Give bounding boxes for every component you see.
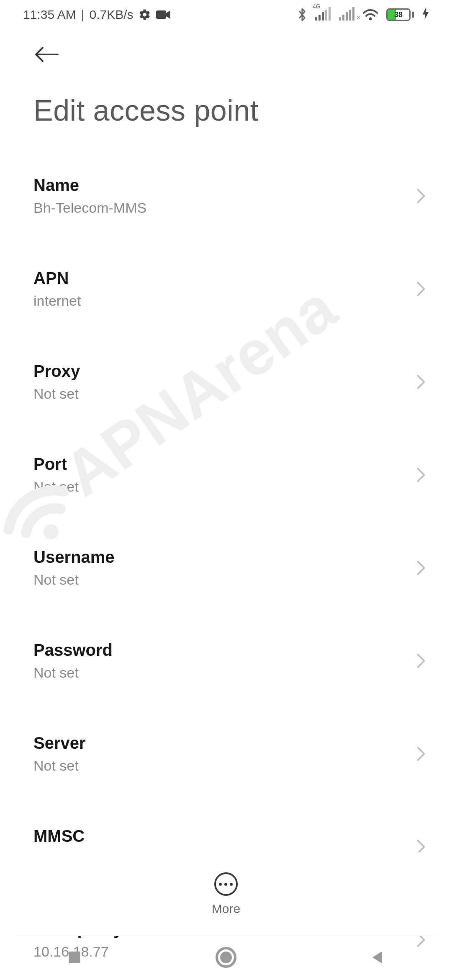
circle-icon bbox=[215, 946, 237, 968]
row-label: APN bbox=[33, 269, 81, 288]
row-label: Port bbox=[33, 455, 79, 474]
row-port[interactable]: Port Not set bbox=[0, 440, 452, 510]
row-value: Not set bbox=[33, 572, 114, 588]
status-netspeed: 0.7KB/s bbox=[90, 8, 134, 22]
row-label: MMSC bbox=[33, 827, 209, 846]
wifi-icon bbox=[363, 9, 378, 21]
row-value: Not set bbox=[33, 479, 79, 495]
row-server[interactable]: Server Not set bbox=[0, 719, 452, 789]
row-apn[interactable]: APN internet bbox=[0, 254, 452, 324]
row-label: Username bbox=[33, 548, 114, 567]
page-title: Edit access point bbox=[0, 77, 452, 161]
row-value: Not set bbox=[33, 665, 113, 681]
battery-percent: 38 bbox=[388, 10, 409, 20]
back-button[interactable] bbox=[33, 57, 60, 64]
video-camera-icon bbox=[156, 10, 170, 20]
row-value: Not set bbox=[33, 386, 80, 402]
bottom-toolbar: More bbox=[0, 852, 452, 936]
chevron-right-icon bbox=[415, 467, 427, 483]
battery-icon: 38 bbox=[386, 8, 414, 21]
svg-point-2 bbox=[369, 18, 372, 21]
bluetooth-icon bbox=[298, 8, 307, 22]
row-password[interactable]: Password Not set bbox=[0, 626, 452, 696]
signal-label: 4G bbox=[313, 3, 321, 10]
chevron-right-icon bbox=[415, 652, 427, 669]
row-label: Proxy bbox=[33, 362, 80, 381]
row-value: internet bbox=[33, 293, 81, 309]
more-label: More bbox=[212, 902, 240, 916]
row-value: Bh-Telecom-MMS bbox=[33, 200, 146, 216]
chevron-right-icon bbox=[415, 745, 427, 762]
row-name[interactable]: Name Bh-Telecom-MMS bbox=[0, 161, 452, 231]
arrow-left-icon bbox=[33, 46, 60, 63]
row-proxy[interactable]: Proxy Not set bbox=[0, 347, 452, 417]
signal-sim2-icon: × bbox=[339, 9, 354, 21]
status-time: 11:35 AM bbox=[23, 8, 76, 22]
nav-recent-button[interactable] bbox=[66, 949, 83, 967]
system-navbar bbox=[0, 936, 452, 980]
gear-icon bbox=[139, 8, 151, 21]
more-icon bbox=[214, 872, 238, 896]
status-bar: 11:35 AM | 0.7KB/s 4G × bbox=[0, 0, 452, 29]
chevron-right-icon bbox=[415, 374, 427, 390]
row-label: Password bbox=[33, 641, 113, 660]
svg-rect-1 bbox=[156, 10, 166, 19]
row-username[interactable]: Username Not set bbox=[0, 533, 452, 603]
row-label: Name bbox=[33, 176, 146, 195]
svg-point-5 bbox=[220, 952, 232, 963]
charging-icon bbox=[422, 7, 429, 23]
row-value: Not set bbox=[33, 758, 86, 774]
row-label: Server bbox=[33, 734, 86, 753]
more-button[interactable]: More bbox=[212, 872, 240, 916]
signal-sim1-icon: 4G bbox=[315, 9, 331, 21]
svg-rect-3 bbox=[69, 952, 80, 963]
square-icon bbox=[66, 949, 83, 966]
nav-home-button[interactable] bbox=[215, 946, 237, 970]
chevron-right-icon bbox=[415, 281, 427, 297]
triangle-left-icon bbox=[369, 949, 386, 966]
nav-back-button[interactable] bbox=[369, 949, 386, 967]
chevron-right-icon bbox=[415, 560, 427, 576]
chevron-right-icon bbox=[415, 188, 427, 204]
